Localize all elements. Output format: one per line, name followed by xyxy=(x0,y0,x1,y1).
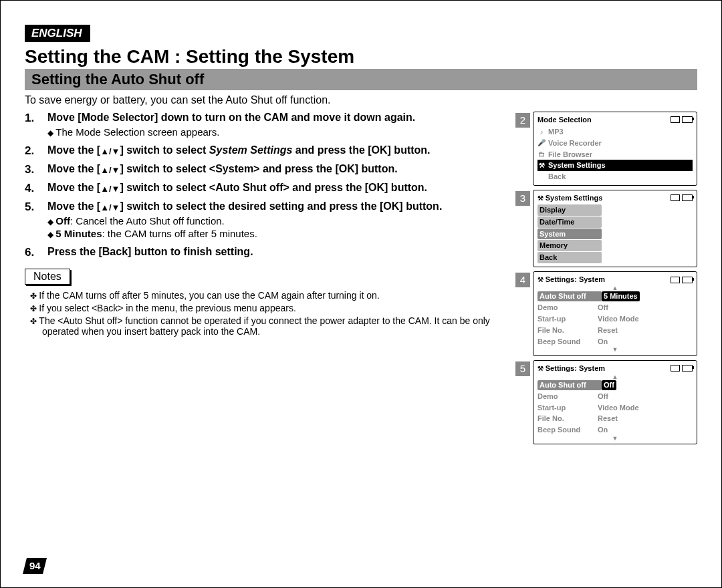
step-5-sub-5min: 5 Minutes: the CAM turns off after 5 min… xyxy=(47,228,529,239)
battery-icon xyxy=(682,194,693,201)
steps-column: Move [Mode Selector] down to turn on the… xyxy=(25,112,533,448)
lcd3-item-display: Display xyxy=(537,204,602,216)
tools-icon: ⚒ xyxy=(537,194,546,202)
step-1-text: Move [Mode Selector] down to turn on the… xyxy=(47,112,529,124)
manual-page: ENGLISH Setting the CAM : Setting the Sy… xyxy=(0,0,722,588)
lcd4-row-demo: DemoOff xyxy=(537,302,693,313)
status-icons xyxy=(671,116,693,123)
note-2: If you select <Back> in the menu, the pr… xyxy=(30,303,529,313)
card-icon xyxy=(671,194,680,201)
scroll-down-icon: ▼ xyxy=(537,347,693,351)
status-icons xyxy=(671,194,693,201)
status-icons xyxy=(671,277,693,283)
lcd4-row-startup: Start-upVideo Mode xyxy=(537,313,693,325)
lcd-badge-5: 5 xyxy=(515,361,530,376)
battery-icon xyxy=(682,365,693,372)
lcd5-row-beep: Beep SoundOn xyxy=(537,424,693,436)
section-subtitle: Setting the Auto Shut off xyxy=(25,69,697,90)
step-5: Move the [▲/▼] switch to select the desi… xyxy=(25,200,529,239)
step-6-text: Press the [Back] button to finish settin… xyxy=(47,246,529,258)
lcd5-row-fileno: File No.Reset xyxy=(537,413,693,424)
music-note-icon: ♪ xyxy=(537,128,546,137)
language-badge: ENGLISH xyxy=(25,25,90,42)
scroll-down-icon: ▼ xyxy=(537,436,693,440)
lcd3-item-datetime: Date/Time xyxy=(537,216,602,228)
battery-icon xyxy=(682,277,693,283)
lcd2-item-mp3: ♪MP3 xyxy=(537,126,693,138)
scroll-up-icon: ▲ xyxy=(537,286,693,290)
folder-icon: 🗀 xyxy=(537,150,546,159)
status-icons xyxy=(671,365,693,372)
lcd5-title: ⚒ Settings: System xyxy=(537,363,605,374)
battery-icon xyxy=(682,116,693,123)
card-icon xyxy=(671,365,680,372)
lcd3-item-system: System xyxy=(537,229,602,240)
lcd-screen-3: 3 ⚒ System Settings Display Date/Time Sy… xyxy=(533,190,697,267)
lcd5-row-startup: Start-upVideo Mode xyxy=(537,402,693,414)
notes-list: If the CAM turns off after 5 minutes, yo… xyxy=(30,290,529,337)
mic-icon: 🎤 xyxy=(537,138,546,148)
screenshots-column: 2 Mode Selection ♪MP3 🎤Voice Recorder 🗀F… xyxy=(533,112,697,448)
lcd2-item-voice: 🎤Voice Recorder xyxy=(537,138,693,149)
tools-icon: ⚒ xyxy=(537,161,546,170)
up-down-icon: ▲/▼ xyxy=(100,184,120,194)
lcd3-title: ⚒ System Settings xyxy=(537,193,602,203)
tools-icon: ⚒ xyxy=(537,276,546,283)
lcd3-item-back: Back xyxy=(537,252,602,263)
note-3: The <Auto Shut off> function cannot be o… xyxy=(30,315,529,337)
scroll-up-icon: ▲ xyxy=(537,375,693,379)
intro-text: To save energy or battery, you can set t… xyxy=(25,94,697,106)
step-5-sub-off: Off: Cancel the Auto Shut off function. xyxy=(47,215,529,227)
step-3: Move the [▲/▼] switch to select <System>… xyxy=(25,163,529,175)
notes-label: Notes xyxy=(25,269,70,285)
lcd5-row-autoshutoff: Auto Shut offOff xyxy=(537,380,693,391)
step-6: Press the [Back] button to finish settin… xyxy=(25,246,529,258)
page-title: Setting the CAM : Setting the System xyxy=(25,46,697,67)
note-1: If the CAM turns off after 5 minutes, yo… xyxy=(30,290,529,301)
lcd-screen-4: 4 ⚒ Settings: System ▲ Auto Shut off5 Mi… xyxy=(533,271,697,356)
lcd4-row-autoshutoff: Auto Shut off5 Minutes xyxy=(537,291,693,302)
lcd4-title: ⚒ Settings: System xyxy=(537,275,605,285)
lcd4-row-fileno: File No.Reset xyxy=(537,325,693,336)
lcd5-row-demo: DemoOff xyxy=(537,391,693,402)
step-2-text: Move the [▲/▼] switch to select System S… xyxy=(47,144,529,156)
step-1-sub: The Mode Selection screen appears. xyxy=(47,126,529,138)
card-icon xyxy=(671,116,680,123)
step-5-text: Move the [▲/▼] switch to select the desi… xyxy=(47,200,529,212)
lcd-screen-5: 5 ⚒ Settings: System ▲ Auto Shut offOff … xyxy=(533,360,697,445)
up-down-icon: ▲/▼ xyxy=(100,165,120,175)
card-icon xyxy=(671,277,680,283)
step-4-text: Move the [▲/▼] switch to select <Auto Sh… xyxy=(47,182,529,194)
lcd4-row-beep: Beep SoundOn xyxy=(537,336,693,347)
lcd2-title: Mode Selection xyxy=(537,115,592,125)
lcd-badge-3: 3 xyxy=(515,191,530,206)
step-3-text: Move the [▲/▼] switch to select <System>… xyxy=(47,163,529,175)
lcd-screen-2: 2 Mode Selection ♪MP3 🎤Voice Recorder 🗀F… xyxy=(533,112,697,186)
step-2: Move the [▲/▼] switch to select System S… xyxy=(25,144,529,156)
up-down-icon: ▲/▼ xyxy=(100,202,120,212)
page-number-badge: 94 xyxy=(23,558,47,574)
lcd3-item-memory: Memory xyxy=(537,240,602,251)
lcd2-item-file: 🗀File Browser xyxy=(537,149,693,160)
lcd-badge-2: 2 xyxy=(515,113,530,128)
tools-icon: ⚒ xyxy=(537,365,546,372)
lcd2-item-system-settings: ⚒System Settings xyxy=(537,160,693,171)
step-4: Move the [▲/▼] switch to select <Auto Sh… xyxy=(25,182,529,194)
step-1: Move [Mode Selector] down to turn on the… xyxy=(25,112,529,138)
up-down-icon: ▲/▼ xyxy=(100,146,120,156)
lcd2-item-back: Back xyxy=(537,171,693,182)
lcd-badge-4: 4 xyxy=(515,273,530,287)
